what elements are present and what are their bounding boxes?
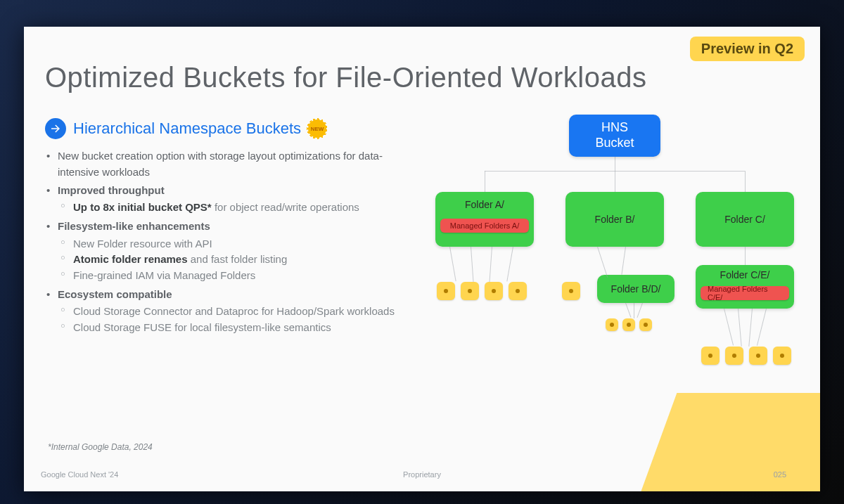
object-icon — [606, 318, 618, 331]
object-icon — [509, 282, 527, 300]
list-item: Cloud Storage Connector and Dataproc for… — [58, 304, 397, 320]
list-item: Up to 8x initial bucket QPS* for object … — [58, 200, 397, 216]
arrow-right-icon — [45, 118, 66, 139]
list-item: Cloud Storage FUSE for local filesystem-… — [58, 320, 397, 336]
section-header: Hierarchical Namespace Buckets NEW — [45, 118, 397, 139]
diagram-folder-bd: Folder B/D/ — [597, 275, 674, 303]
folder-label: Folder C/E/ — [720, 269, 770, 280]
object-icon — [701, 347, 720, 365]
list-item: Ecosystem compatible Cloud Storage Conne… — [45, 286, 397, 335]
slide-title: Optimized Buckets for File-Oriented Work… — [45, 62, 646, 93]
object-icon — [725, 347, 743, 365]
object-icon — [749, 347, 767, 365]
object-icon — [562, 282, 580, 300]
managed-folder-tag: Managed Folders C/E/ — [701, 286, 789, 300]
hierarchy-diagram: HNS Bucket Folder A/ Managed Folders A/ … — [414, 115, 815, 410]
content-column: Hierarchical Namespace Buckets NEW New b… — [45, 118, 397, 338]
emphasis: Up to 8x initial bucket QPS* — [73, 201, 212, 213]
section-title: Hierarchical Namespace Buckets — [73, 119, 301, 138]
footnote: *Internal Google Data, 2024 — [48, 442, 153, 452]
slide: Preview in Q2 Optimized Buckets for File… — [24, 27, 820, 491]
list-item: Improved throughput Up to 8x initial buc… — [45, 182, 397, 216]
object-icon — [773, 347, 791, 365]
diagram-folder-a: Folder A/ Managed Folders A/ — [435, 192, 534, 247]
bullet-list: New bucket creation option with storage … — [45, 148, 397, 335]
managed-folder-tag: Managed Folders A/ — [440, 219, 529, 233]
footer-classification: Proprietary — [403, 470, 441, 479]
object-icon — [437, 282, 455, 300]
folder-label: Folder A/ — [465, 199, 504, 210]
text: and fast folder listing — [188, 253, 288, 265]
bullet-heading: Improved throughput — [58, 184, 165, 196]
footer-page-number: 025 — [774, 470, 786, 479]
list-item: Fine-grained IAM via Managed Folders — [58, 268, 397, 284]
list-item: Filesystem-like enhancements New Folder … — [45, 218, 397, 283]
footer-event: Google Cloud Next '24 — [41, 470, 118, 479]
object-icon — [622, 318, 635, 331]
bullet-heading: Ecosystem compatible — [58, 288, 172, 300]
list-item: New Folder resource with API — [58, 236, 397, 252]
folder-label: Folder B/D/ — [611, 283, 661, 295]
folder-label: Folder C/ — [724, 214, 765, 225]
text: for object read/write operations — [212, 201, 359, 213]
list-item: New bucket creation option with storage … — [45, 148, 397, 181]
object-icon — [639, 318, 652, 331]
diagram-folder-ce: Folder C/E/ Managed Folders C/E/ — [696, 265, 794, 309]
folder-label: Folder B/ — [595, 214, 635, 225]
object-icon — [461, 282, 479, 300]
root-label-1: HNS — [601, 120, 628, 136]
list-item: Atomic folder renames and fast folder li… — [58, 252, 397, 268]
object-icon — [485, 282, 503, 300]
diagram-folder-b: Folder B/ — [565, 192, 664, 247]
emphasis: Atomic folder renames — [73, 253, 188, 265]
bullet-heading: Filesystem-like enhancements — [58, 220, 210, 232]
root-label-2: Bucket — [595, 136, 634, 151]
diagram-folder-c: Folder C/ — [696, 192, 794, 247]
preview-badge: Preview in Q2 — [690, 37, 805, 61]
new-badge-icon: NEW — [308, 119, 326, 138]
diagram-root: HNS Bucket — [569, 115, 660, 157]
